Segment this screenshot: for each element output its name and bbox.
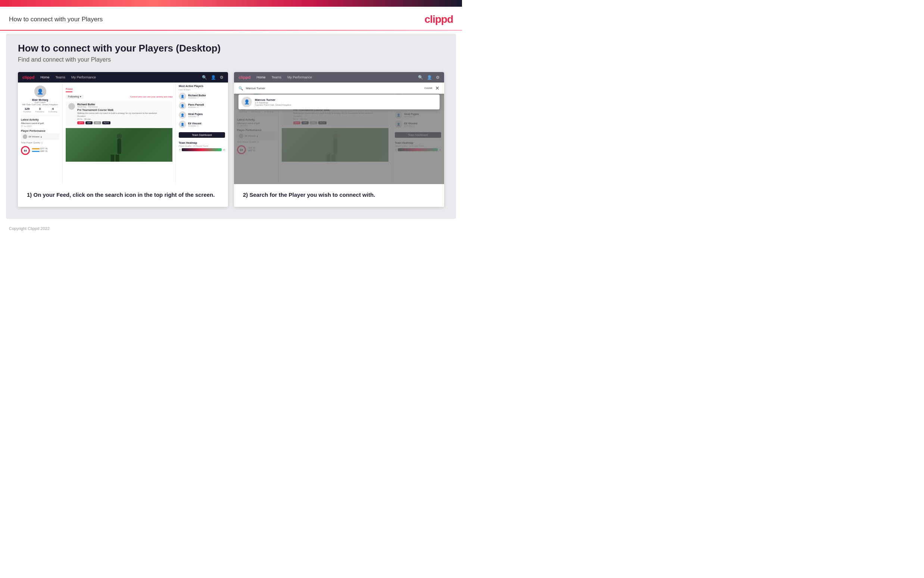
- nav-icons: 🔍 👤 ⚙: [202, 75, 223, 80]
- following-bar: Following ▾ Control who can see your act…: [66, 94, 172, 99]
- activity-meta: Yesterday · The Grove: [77, 106, 157, 108]
- main-title: How to connect with your Players (Deskto…: [18, 42, 444, 54]
- search-result-1[interactable]: 👤 Marcus Turner 1-5 Handicap Cypress Poi…: [238, 94, 440, 109]
- caption-step-1: 1) On your Feed, click on the search ico…: [27, 192, 219, 198]
- profile-name: Blair McHarg: [21, 99, 59, 101]
- header-title: How to connect with your Players: [9, 16, 103, 23]
- screenshot-2: clippd Home Teams My Performance 🔍 👤 ⚙ 👤: [234, 72, 444, 207]
- active-players-period: Last 30 days: [179, 88, 225, 91]
- search-icon-2[interactable]: 🔍: [418, 75, 423, 80]
- app-left-1: 👤 Blair McHarg Golf Coach Mill Ride Golf…: [18, 83, 63, 184]
- player-performance-label: Player Performance: [21, 130, 59, 132]
- latest-activity-label: Latest Activity: [21, 119, 59, 121]
- player-avatar-3: 👤: [179, 111, 186, 119]
- activity-title: Pre Tournament Course Walk: [77, 109, 157, 111]
- team-dashboard-button[interactable]: Team Dashboard: [179, 132, 225, 138]
- header-divider: [0, 30, 462, 31]
- activity-content: Richard Butler Yesterday · The Grove Pre…: [77, 103, 157, 124]
- nav-my-performance-2[interactable]: My Performance: [287, 75, 312, 79]
- player-activities-1: Activities: 7: [188, 97, 206, 99]
- caption-2: 2) Search for the Player you wish to con…: [234, 184, 444, 207]
- clear-button[interactable]: CLEAR: [424, 87, 432, 89]
- quality-score: 84: [21, 146, 30, 155]
- app-ui-1: clippd Home Teams My Performance 🔍 👤 ⚙: [18, 72, 228, 184]
- feed-tab[interactable]: Feed: [66, 88, 73, 92]
- stat-followers: 3 Followers: [36, 107, 44, 113]
- search-icon[interactable]: 🔍: [202, 75, 207, 80]
- chevron-icon: ▾: [40, 136, 42, 138]
- nav-my-performance[interactable]: My Performance: [71, 75, 96, 79]
- tag-app: APP: [86, 121, 92, 124]
- avatar: 👤: [34, 86, 46, 97]
- quality-section: Total Player Quality ⓘ 84 OTT 79: [21, 141, 59, 155]
- user-icon[interactable]: 👤: [211, 75, 216, 80]
- player-row-1: 👤 Richard Butler Activities: 7: [179, 93, 225, 100]
- player-name-4: Eli Vincent: [188, 122, 202, 125]
- player-name-2: Piers Parnell: [188, 104, 204, 106]
- nav-logo-2: clippd: [238, 75, 251, 80]
- activity-avatar: [68, 103, 75, 110]
- nav-teams-2[interactable]: Teams: [271, 75, 282, 79]
- heatmap-title-1: Team Heatmap: [179, 141, 225, 144]
- player-avatar-2: 👤: [179, 102, 186, 109]
- profile-stats: 129 Activities 3 Followers 4 Following: [21, 107, 59, 113]
- settings-icon-2[interactable]: ⚙: [436, 75, 440, 80]
- header: How to connect with your Players clippd: [0, 7, 462, 30]
- latest-activity-name: Afternoon round of golf: [21, 122, 59, 124]
- search-query[interactable]: Marcus Turner: [246, 87, 421, 90]
- player-row-3: 👤 Hiral Pujara Activities: 3: [179, 111, 225, 119]
- result-avatar: 👤: [241, 97, 252, 107]
- golf-image: [66, 128, 172, 162]
- result-name: Marcus Turner: [255, 98, 291, 102]
- control-link[interactable]: Control who can see your activity and da…: [130, 96, 172, 98]
- nav-logo-1: clippd: [23, 75, 34, 80]
- nav-home-2[interactable]: Home: [256, 75, 265, 79]
- player-row-4: 👤 Eli Vincent Activities: 1: [179, 120, 225, 128]
- profile-card: 👤 Blair McHarg Golf Coach Mill Ride Golf…: [21, 86, 59, 116]
- heatmap-period-1: Player Quality · 20 Round Trend: [179, 145, 225, 147]
- player-row-2: 👤 Piers Parnell Activities: 4: [179, 102, 225, 109]
- stat-activities: 129 Activities: [23, 107, 31, 113]
- following-button[interactable]: Following ▾: [66, 94, 84, 99]
- app-middle-1: Feed Following ▾ Control who can see you…: [63, 83, 176, 184]
- stat-following: 4 Following: [49, 107, 57, 113]
- activity-duration: Duration: [77, 115, 157, 117]
- app-nav-2: clippd Home Teams My Performance 🔍 👤 ⚙: [234, 72, 444, 83]
- heatmap-section-1: Team Heatmap Player Quality · 20 Round T…: [179, 141, 225, 151]
- player-name-1: Richard Butler: [188, 94, 206, 97]
- player-name-3: Hiral Pujara: [188, 113, 202, 115]
- ott-label: OTT: [40, 148, 44, 150]
- main-content: How to connect with your Players (Deskto…: [6, 34, 456, 219]
- nav-teams[interactable]: Teams: [55, 75, 65, 79]
- active-players-title: Most Active Players: [179, 85, 225, 88]
- close-search-icon[interactable]: ✕: [435, 85, 440, 91]
- info-icon: ⓘ: [41, 141, 43, 144]
- tag-putt: PUTT: [102, 121, 110, 124]
- selected-player-avatar: [23, 135, 27, 139]
- copyright: Copyright Clippd 2022: [9, 226, 50, 231]
- app-nav-1: clippd Home Teams My Performance 🔍 👤 ⚙: [18, 72, 228, 83]
- search-overlay: 🔍 Marcus Turner CLEAR ✕ 👤 Marcus Turner …: [234, 83, 444, 184]
- activity-user: Richard Butler: [77, 103, 157, 106]
- player-activities-4: Activities: 1: [188, 125, 202, 127]
- profile-club: Mill Ride Golf Club, United Kingdom: [21, 104, 59, 106]
- app-right-1: Most Active Players Last 30 days 👤 Richa…: [176, 83, 228, 184]
- latest-activity-date: 27 Jul 2022: [21, 125, 59, 127]
- player-avatar-4: 👤: [179, 120, 186, 128]
- top-bar: [0, 0, 462, 7]
- nav-home[interactable]: Home: [40, 75, 49, 79]
- user-icon-2[interactable]: 👤: [427, 75, 432, 80]
- tag-arg: ARG: [94, 121, 101, 124]
- search-results-dropdown: 👤 Marcus Turner 1-5 Handicap Cypress Poi…: [234, 94, 444, 110]
- screenshot-1: clippd Home Teams My Performance 🔍 👤 ⚙: [18, 72, 228, 207]
- selected-player-name: Eli Vincent: [29, 136, 39, 138]
- main-subtitle: Find and connect with your Players: [18, 56, 444, 63]
- screenshots-row: clippd Home Teams My Performance 🔍 👤 ⚙: [18, 72, 444, 207]
- activity-tags: OTT APP ARG PUTT: [77, 121, 157, 124]
- logo: clippd: [425, 13, 453, 25]
- result-club: Cypress Point Club, United Kingdom: [255, 104, 291, 106]
- caption-step-2: 2) Search for the Player you wish to con…: [243, 192, 435, 198]
- app-ui-2: clippd Home Teams My Performance 🔍 👤 ⚙ 👤: [234, 72, 444, 184]
- settings-icon[interactable]: ⚙: [220, 75, 223, 80]
- player-selector[interactable]: Eli Vincent ▾: [21, 133, 59, 140]
